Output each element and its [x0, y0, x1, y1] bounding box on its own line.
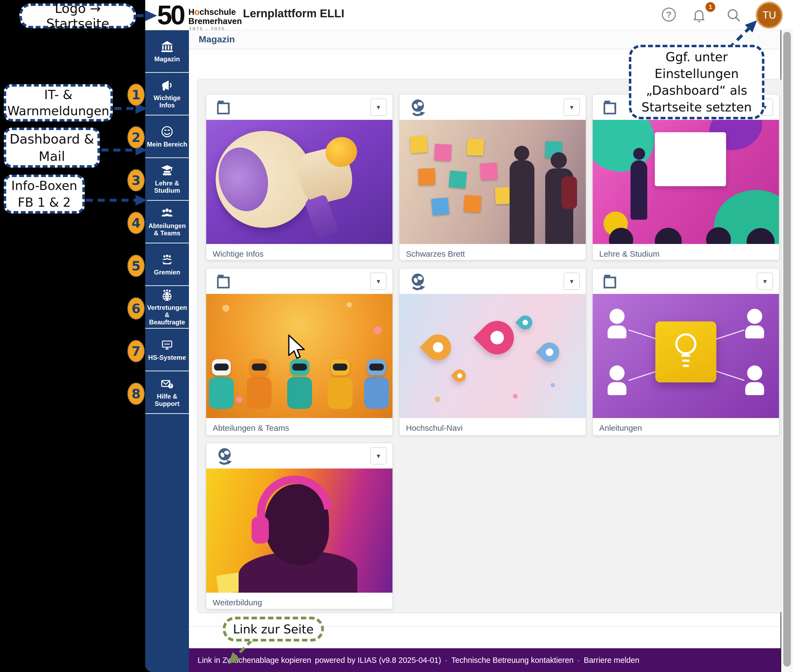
page-title: Lernplattform ELLI [243, 7, 344, 20]
logo-50-jubilee: 50 [157, 0, 184, 30]
card-image-megaphone[interactable] [206, 120, 392, 244]
badge-3: 3 [127, 169, 145, 191]
globe-users-icon [160, 288, 173, 301]
sidebar-item-magazin[interactable]: Magazin [145, 30, 189, 73]
lightbulb-icon [671, 329, 701, 374]
note-logo-startseite: Logo → Startseite [19, 3, 136, 28]
sidebar-item-mein-bereich[interactable]: Mein Bereich [145, 115, 189, 158]
note-dashboard-mail: Dashboard & Mail [4, 128, 100, 168]
footer-bar: Link in Zwischenablage kopieren powered … [189, 648, 780, 672]
monitor-password-icon [160, 338, 173, 351]
chevron-down-icon: ▾ [376, 452, 380, 460]
card-actions-dropdown[interactable]: ▾ [370, 447, 386, 464]
sidebar-item-label: Abteilungen & Teams [147, 222, 187, 237]
footer-link-support-contact[interactable]: Technische Betreuung kontaktieren [451, 656, 574, 665]
folder-icon [602, 272, 620, 291]
card-image-pinboard[interactable] [399, 120, 586, 244]
note-link-zur-seite: Link zur Seite [223, 617, 324, 642]
footer-link-powered-by-ilias[interactable]: powered by ILIAS (v9.8 2025-04-01) [315, 656, 441, 665]
sidebar-item-label: Vertretungen & Beauftragte [147, 304, 187, 326]
card-toolbar: ▾ [593, 269, 779, 294]
card-anleitungen[interactable]: ▾ Anleitungen [592, 268, 780, 436]
sidebar-item-label: HS-Systeme [147, 354, 187, 361]
sidebar-item-gremien[interactable]: Gremien [145, 243, 189, 286]
notification-count-badge: 1 [706, 2, 715, 12]
sidebar-item-label: Magazin [147, 55, 187, 62]
chevron-down-icon: ▾ [376, 277, 380, 286]
chevron-down-icon: ▾ [376, 103, 380, 112]
card-wichtige-infos[interactable]: ▾ Wichtige Infos [206, 94, 393, 261]
notifications-button[interactable] [692, 8, 706, 23]
mouse-cursor [287, 334, 307, 360]
note-infoboxen-fb: Info-Boxen FB 1 & 2 [4, 174, 85, 213]
card-hochschul-navi[interactable]: ▾ Hochschul-Navi [399, 268, 586, 436]
card-schwarzes-brett[interactable]: ▾ Schwarzes Brett [399, 94, 586, 261]
badge-4: 4 [127, 212, 145, 234]
card-actions-dropdown[interactable]: ▾ [757, 273, 773, 290]
card-actions-dropdown[interactable]: ▾ [564, 273, 580, 290]
chevron-down-icon: ▾ [570, 277, 573, 286]
folder-icon [215, 272, 234, 291]
ilias-lernplattform-screenshot: 50 HochschuleBremerhaven 1975 - 2025 Ler… [0, 0, 793, 672]
card-title[interactable]: Abteilungen & Teams [206, 418, 392, 433]
sidebar-item-abteilungen-teams[interactable]: Abteilungen & Teams [145, 201, 189, 243]
svg-text:?: ? [170, 384, 172, 388]
card-image-map-pins[interactable] [399, 294, 586, 418]
help-button[interactable]: ? [662, 8, 677, 23]
footer-link-copy-permalink[interactable]: Link in Zwischenablage kopieren [197, 656, 311, 665]
card-actions-dropdown[interactable]: ▾ [564, 99, 580, 116]
sidebar-item-hs-systeme[interactable]: HS-Systeme [145, 329, 189, 371]
sidebar-item-lehre-studium[interactable]: Lehre & Studium [145, 158, 189, 201]
card-toolbar: ▾ [206, 443, 392, 469]
badge-5: 5 [127, 255, 145, 277]
card-title[interactable]: Wichtige Infos [206, 244, 392, 259]
card-weiterbildung[interactable]: ▾ Weiterbildung [206, 443, 393, 610]
sidebar-item-label: Wichtige Infos [147, 94, 187, 109]
footer-link-report-barrier[interactable]: Barriere melden [584, 656, 639, 665]
card-toolbar: ▾ [399, 269, 586, 294]
sidebar-item-label: Gremien [147, 269, 187, 276]
badge-8: 8 [127, 383, 145, 405]
breadcrumb-magazin[interactable]: Magazin [199, 34, 235, 45]
badge-2: 2 [127, 126, 145, 149]
sidebar-item-label: Lehre & Studium [147, 179, 187, 194]
sidebar-item-label: Mein Bereich [147, 141, 187, 148]
committee-icon [160, 253, 173, 266]
card-actions-dropdown[interactable]: ▾ [370, 99, 386, 116]
card-image-robots[interactable] [206, 294, 392, 418]
card-title[interactable]: Lehre & Studium [593, 244, 779, 259]
card-title[interactable]: Schwarzes Brett [399, 244, 586, 259]
card-title[interactable]: Hochschul-Navi [399, 418, 586, 433]
scrollbar-thumb[interactable] [783, 32, 791, 667]
main-sidebar: Magazin Wichtige Infos Mein Bereich Lehr… [145, 30, 189, 672]
badge-7: 7 [127, 340, 145, 362]
card-toolbar: ▾ [399, 94, 586, 120]
sidebar-item-label: Hilfe & Support [147, 393, 187, 407]
sidebar-item-vertretungen-beauftragte[interactable]: Vertretungen & Beauftragte [145, 286, 189, 329]
chevron-down-icon: ▾ [763, 277, 767, 286]
mail-question-icon: ? [160, 377, 173, 390]
user-avatar[interactable]: TU [756, 2, 783, 29]
bell-icon [692, 8, 706, 23]
header: 50 HochschuleBremerhaven 1975 - 2025 Ler… [145, 0, 793, 30]
sidebar-item-hilfe-support[interactable]: ? Hilfe & Support [145, 371, 189, 414]
card-image-lightbulb[interactable] [593, 294, 779, 418]
sidebar-item-wichtige-infos[interactable]: Wichtige Infos [145, 73, 189, 115]
bank-icon [160, 40, 173, 53]
card-abteilungen-teams[interactable]: ▾ Abteilungen & Teams [206, 268, 393, 436]
education-icon [160, 164, 173, 177]
megaphone-icon [160, 79, 173, 92]
users-icon [160, 207, 173, 220]
card-title[interactable]: Anleitungen [593, 418, 779, 433]
card-image-presentation[interactable] [593, 120, 779, 244]
weblink-icon [215, 447, 234, 465]
folder-icon [215, 98, 234, 117]
card-actions-dropdown[interactable]: ▾ [370, 273, 386, 290]
search-button[interactable] [726, 8, 741, 23]
footer-separator: · [577, 656, 580, 665]
note-it-warnmeldungen: IT- & Warnmeldungen [4, 84, 113, 122]
card-image-headphones[interactable] [206, 469, 392, 593]
card-title[interactable]: Weiterbildung [206, 593, 392, 607]
logo-hochschule-bremerhaven[interactable]: 50 HochschuleBremerhaven 1975 - 2025 [157, 1, 238, 29]
weblink-icon [409, 272, 427, 291]
